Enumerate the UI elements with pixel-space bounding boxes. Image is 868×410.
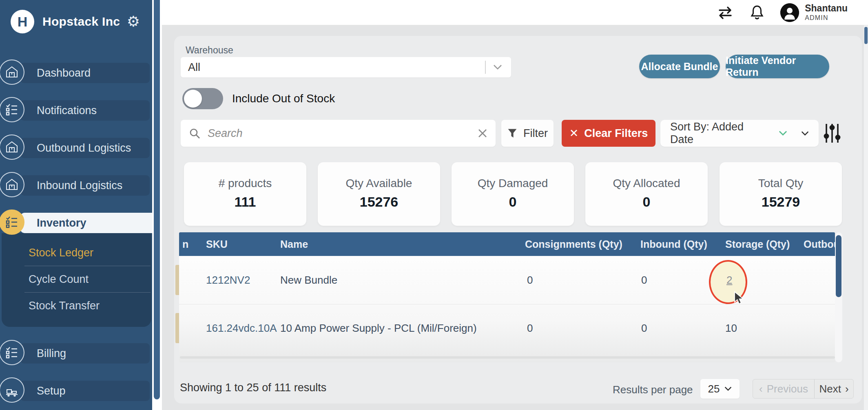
cell-consignments: 0 bbox=[527, 274, 533, 287]
chevron-down-icon bbox=[493, 64, 502, 70]
table-scrollbar-thumb[interactable] bbox=[836, 235, 841, 297]
page-scrollbar[interactable] bbox=[864, 25, 868, 410]
results-summary: Showing 1 to 25 of 111 results bbox=[180, 381, 326, 394]
app-root: H Hopstack Inc ⚙ Dashboard Notifications bbox=[0, 0, 868, 410]
cell-inbound: 0 bbox=[641, 274, 647, 287]
warehouse-label: Warehouse bbox=[186, 45, 233, 56]
sidebar-item-notifications[interactable]: Notifications bbox=[20, 100, 150, 121]
sidebar-item-label: Notifications bbox=[37, 104, 97, 117]
sidebar-item-setup[interactable]: Setup bbox=[20, 381, 150, 401]
sort-direction-chevron-icon[interactable] bbox=[779, 130, 787, 136]
cursor-icon bbox=[732, 291, 745, 306]
cell-storage: 10 bbox=[725, 322, 737, 335]
previous-page-button[interactable]: ‹ Previous bbox=[753, 379, 814, 398]
sidebar-item-inventory[interactable]: Inventory bbox=[20, 213, 152, 233]
search-input[interactable] bbox=[207, 127, 471, 140]
sidebar-subitem-cycle-count[interactable]: Cycle Count bbox=[2, 266, 151, 292]
allocate-bundle-button[interactable]: Allocate Bundle bbox=[639, 55, 720, 78]
previous-label: Previous bbox=[767, 383, 808, 395]
sidebar-item-label: Inbound Logistics bbox=[37, 179, 122, 192]
chevron-down-icon bbox=[801, 131, 809, 136]
sidebar-item-dashboard[interactable]: Dashboard bbox=[20, 63, 150, 83]
clear-search-icon[interactable] bbox=[478, 128, 487, 138]
funnel-icon bbox=[507, 128, 518, 139]
sort-by-label: Sort By: Added Date bbox=[670, 121, 766, 146]
checklist-icon bbox=[0, 97, 24, 122]
page-size-select[interactable]: 25 bbox=[700, 379, 740, 399]
sidebar-item-label: Billing bbox=[37, 347, 66, 360]
table-header-row: n SKU Name Consignments (Qty) Inbound (Q… bbox=[179, 232, 835, 256]
stat-card-total-qty: Total Qty 15279 bbox=[720, 162, 842, 226]
divider bbox=[485, 61, 486, 74]
filter-button-label: Filter bbox=[523, 127, 548, 140]
sidebar-scrollbar-thumb[interactable] bbox=[154, 0, 160, 399]
gear-icon[interactable]: ⚙ bbox=[127, 14, 140, 29]
transfer-arrows-icon[interactable] bbox=[717, 5, 734, 20]
cell-name: New Bundle bbox=[280, 274, 337, 287]
clear-filters-button[interactable]: ✕ Clear Filters bbox=[562, 120, 655, 147]
sidebar-subitem-stock-transfer[interactable]: Stock Transfer bbox=[2, 293, 151, 319]
sidebar: H Hopstack Inc ⚙ Dashboard Notifications bbox=[0, 0, 152, 410]
filter-button[interactable]: Filter bbox=[501, 120, 554, 147]
table-row[interactable]: 161.24vdc.10A 10 Amp Power Supply - PCL … bbox=[179, 304, 835, 352]
main-area: Shantanu ADMIN Warehouse All Allocate Bu… bbox=[162, 0, 868, 410]
machine-icon bbox=[0, 377, 24, 403]
stat-value: 111 bbox=[235, 194, 256, 210]
sidebar-item-label: Setup bbox=[37, 385, 66, 397]
bell-icon[interactable] bbox=[749, 4, 765, 21]
content: Warehouse All Allocate Bundle Initiate V… bbox=[162, 25, 868, 410]
stat-card-qty-allocated: Qty Allocated 0 bbox=[585, 162, 708, 226]
next-label: Next bbox=[819, 383, 841, 395]
sidebar-item-inbound-logistics[interactable]: Inbound Logistics bbox=[20, 175, 150, 196]
user-menu[interactable]: Shantanu ADMIN bbox=[780, 3, 848, 22]
table-header-clipped: n bbox=[182, 238, 188, 250]
include-out-of-stock-label: Include Out of Stock bbox=[232, 92, 335, 105]
user-role: ADMIN bbox=[805, 14, 848, 22]
search-box bbox=[181, 120, 496, 147]
topbar: Shantanu ADMIN bbox=[162, 0, 868, 25]
sidebar-scrollbar[interactable] bbox=[152, 0, 162, 410]
chevron-down-icon bbox=[724, 386, 732, 391]
brand-logo-icon: H bbox=[11, 10, 34, 33]
sidebar-item-billing[interactable]: Billing bbox=[20, 343, 150, 364]
stat-label: Qty Available bbox=[346, 177, 412, 190]
initiate-vendor-return-button[interactable]: Initiate Vendor Return bbox=[726, 55, 829, 78]
table-header-inbound: Inbound (Qty) bbox=[640, 238, 707, 250]
column-settings-icon[interactable] bbox=[823, 122, 841, 144]
avatar bbox=[780, 3, 799, 22]
sidebar-item-outbound-logistics[interactable]: Outbound Logistics bbox=[20, 138, 150, 158]
table-horizontal-scrollbar[interactable] bbox=[180, 356, 835, 359]
cell-sku: 1212NV2 bbox=[206, 274, 250, 287]
pager: ‹ Previous Next › bbox=[753, 379, 854, 399]
stat-value: 15276 bbox=[360, 194, 399, 210]
page-size-value: 25 bbox=[708, 383, 720, 395]
inventory-submenu: Stock Ledger Cycle Count Stock Transfer bbox=[2, 233, 151, 327]
table-header-storage: Storage (Qty) bbox=[725, 238, 790, 250]
sidebar-subitem-stock-ledger[interactable]: Stock Ledger bbox=[2, 240, 151, 266]
checklist-icon bbox=[0, 340, 24, 365]
table-header-sku: SKU bbox=[206, 238, 228, 250]
cell-name: 10 Amp Power Supply - PCL (Mil/Foreign) bbox=[280, 322, 477, 335]
warehouse-icon bbox=[0, 60, 24, 85]
clear-filters-label: Clear Filters bbox=[584, 127, 648, 140]
search-icon bbox=[189, 128, 200, 139]
stat-label: Qty Damaged bbox=[478, 177, 548, 190]
include-out-of-stock-toggle[interactable] bbox=[182, 88, 223, 109]
stat-card-products: # products 111 bbox=[184, 162, 306, 226]
storage-qty-link[interactable]: 2 bbox=[726, 274, 732, 287]
page-scrollbar-thumb[interactable] bbox=[864, 27, 868, 44]
sidebar-item-label: Inventory bbox=[37, 217, 86, 229]
user-name: Shantanu bbox=[805, 3, 848, 13]
stat-card-qty-damaged: Qty Damaged 0 bbox=[452, 162, 574, 226]
stat-value: 0 bbox=[643, 194, 651, 210]
table-header-name: Name bbox=[280, 238, 308, 250]
sort-by-button[interactable]: Sort By: Added Date bbox=[660, 120, 819, 147]
warehouse-select[interactable]: All bbox=[181, 57, 511, 77]
brand-name: Hopstack Inc bbox=[42, 15, 120, 29]
cell-sku: 161.24vdc.10A bbox=[206, 322, 277, 335]
sidebar-item-label: Dashboard bbox=[37, 67, 91, 79]
stat-label: Qty Allocated bbox=[613, 177, 680, 190]
stat-value: 0 bbox=[509, 194, 517, 210]
table-header-consignments: Consignments (Qty) bbox=[525, 238, 622, 250]
next-page-button[interactable]: Next › bbox=[814, 379, 853, 398]
